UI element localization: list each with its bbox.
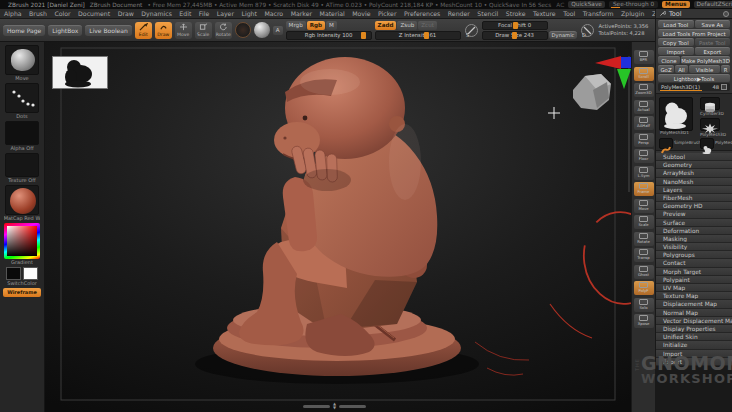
- subpalette-header[interactable]: Surface: [656, 219, 732, 227]
- document-canvas[interactable]: ▲▼: [45, 42, 631, 412]
- menu-item[interactable]: Alpha: [4, 10, 22, 17]
- menu-item[interactable]: Stroke: [506, 10, 526, 17]
- lightbox-button[interactable]: LightBox: [48, 25, 82, 36]
- subpalette-header[interactable]: Deformation: [656, 227, 732, 235]
- right-shelf-button[interactable]: Frame: [634, 182, 654, 196]
- right-shelf-button[interactable]: Scroll: [634, 67, 654, 81]
- saturation-square[interactable]: [7, 226, 37, 256]
- right-shelf-button[interactable]: Zoom3D: [634, 83, 654, 97]
- primary-color-swatch[interactable]: [6, 267, 21, 280]
- current-brush[interactable]: Move: [5, 45, 39, 81]
- right-shelf-button[interactable]: PolyF: [634, 281, 654, 295]
- rgb-toggle[interactable]: Rgb: [307, 21, 325, 30]
- subpalette-header[interactable]: Display Properties: [656, 325, 732, 333]
- menu-item[interactable]: Color: [54, 10, 70, 17]
- active-tool-slider[interactable]: PolyMesh3D(1) 48: [658, 83, 730, 91]
- menu-item[interactable]: Dynamics: [141, 10, 172, 17]
- right-shelf-button[interactable]: Floor: [634, 149, 654, 163]
- menus-button[interactable]: Menus: [662, 1, 689, 8]
- menu-item[interactable]: File: [199, 10, 209, 17]
- zcut-toggle[interactable]: Zcut: [418, 21, 437, 30]
- rgb-intensity-slider[interactable]: Rgb Intensity 100: [286, 31, 372, 40]
- subpalette-header[interactable]: Morph Target: [656, 268, 732, 276]
- menu-item[interactable]: Macro: [264, 10, 283, 17]
- subpalette-header[interactable]: Displacement Map: [656, 300, 732, 308]
- scroll-right-bar[interactable]: [339, 405, 366, 408]
- right-shelf-button[interactable]: Scale: [634, 215, 654, 229]
- subpalette-header[interactable]: Geometry HD: [656, 202, 732, 210]
- right-shelf-button[interactable]: L.Sym: [634, 166, 654, 180]
- scroll-left-bar[interactable]: [303, 405, 330, 408]
- goz-button[interactable]: GoZ: [658, 65, 674, 73]
- z-intensity-slider[interactable]: Z Intensity 61: [375, 31, 461, 40]
- a-toggle[interactable]: A: [273, 26, 283, 35]
- right-shelf-button[interactable]: Rotate: [634, 232, 654, 246]
- right-shelf-button[interactable]: Move: [634, 199, 654, 213]
- subpalette-header[interactable]: NanoMesh: [656, 178, 732, 186]
- menu-item[interactable]: Material: [320, 10, 345, 17]
- zadd-toggle[interactable]: Zadd: [375, 21, 397, 30]
- goz-all-button[interactable]: All: [675, 65, 688, 73]
- right-shelf-button[interactable]: Xpose: [634, 314, 654, 328]
- subpalette-header[interactable]: Initialize: [656, 341, 732, 349]
- paste-tool-button[interactable]: Paste Tool: [695, 38, 731, 46]
- menu-item[interactable]: Edit: [179, 10, 191, 17]
- tool-preview-toggle-icon[interactable]: [721, 84, 727, 90]
- right-shelf-button[interactable]: Ghost: [634, 265, 654, 279]
- copy-tool-button[interactable]: Copy Tool: [658, 38, 694, 46]
- draw-size-slider[interactable]: Draw Size 243: [482, 31, 548, 40]
- subpalette-header[interactable]: Vector Displacement Map: [656, 317, 732, 325]
- tool-thumbnail-simplebrush[interactable]: [659, 138, 673, 149]
- focal-shift-slider[interactable]: Focal Shift 0: [482, 21, 548, 30]
- scale-button[interactable]: Scale: [195, 22, 212, 39]
- depth-dial[interactable]: D: [580, 23, 595, 38]
- load-tools-from-project-button[interactable]: Load Tools From Project: [658, 29, 730, 37]
- menu-item[interactable]: Transform: [583, 10, 614, 17]
- import-button[interactable]: Import: [658, 47, 694, 55]
- m-toggle[interactable]: M: [326, 21, 337, 30]
- menu-item[interactable]: Picker: [378, 10, 396, 17]
- tool-thumbnail-gorilla-small[interactable]: [700, 138, 714, 149]
- menu-item[interactable]: Document: [78, 10, 110, 17]
- see-through-slider[interactable]: See-through 0: [609, 1, 658, 8]
- menu-item[interactable]: Texture: [533, 10, 556, 17]
- load-tool-button[interactable]: Load Tool: [658, 20, 694, 28]
- sculpt-viewport[interactable]: [45, 42, 631, 412]
- right-shelf-button[interactable]: Actual: [634, 100, 654, 114]
- subpalette-header[interactable]: Texture Map: [656, 292, 732, 300]
- mrgb-toggle[interactable]: Mrgb: [286, 21, 306, 30]
- dynamic-button[interactable]: Dynamic: [549, 31, 578, 39]
- right-shelf-button[interactable]: Transp: [634, 248, 654, 262]
- goz-visible-button[interactable]: Visible: [689, 65, 720, 73]
- menu-item[interactable]: Marker: [291, 10, 312, 17]
- right-shelf-button[interactable]: AAHalf: [634, 116, 654, 130]
- secondary-color-swatch[interactable]: [23, 267, 38, 280]
- subpalette-header[interactable]: ArrayMesh: [656, 169, 732, 177]
- subpalette-header[interactable]: UV Map: [656, 284, 732, 292]
- subpalette-header[interactable]: Subtool: [656, 153, 732, 161]
- switch-color[interactable]: SwitchColor: [6, 267, 38, 286]
- zsub-toggle[interactable]: Zsub: [397, 21, 417, 30]
- subpalette-header[interactable]: Polygroups: [656, 251, 732, 259]
- document-minimap[interactable]: [52, 56, 108, 89]
- subpalette-header[interactable]: Geometry: [656, 161, 732, 169]
- default-zscript-button[interactable]: DefaultZScript: [694, 1, 732, 8]
- draw-button[interactable]: Draw: [155, 22, 172, 39]
- right-shelf-button[interactable]: Persp: [634, 133, 654, 147]
- material-sphere-icon[interactable]: [254, 22, 270, 38]
- subpalette-header[interactable]: Polypaint: [656, 276, 732, 284]
- subpalette-header[interactable]: Unified Skin: [656, 333, 732, 341]
- menu-item[interactable]: Render: [448, 10, 470, 17]
- menu-item[interactable]: Light: [241, 10, 256, 17]
- right-shelf-button[interactable]: BPR: [634, 50, 654, 64]
- menu-item[interactable]: Brush: [29, 10, 47, 17]
- menu-item[interactable]: Tool: [563, 10, 575, 17]
- subpalette-header[interactable]: Masking: [656, 235, 732, 243]
- subpalette-header[interactable]: Preview: [656, 210, 732, 218]
- quicksave-button[interactable]: QuickSave: [568, 1, 605, 8]
- lightbox-tools-button[interactable]: Lightbox▶Tools: [658, 74, 730, 82]
- export-button[interactable]: Export: [695, 47, 731, 55]
- active-tool-thumbnail[interactable]: [659, 97, 693, 131]
- menu-item[interactable]: Movie: [352, 10, 370, 17]
- tool-thumbnail-cylinder[interactable]: [700, 97, 720, 110]
